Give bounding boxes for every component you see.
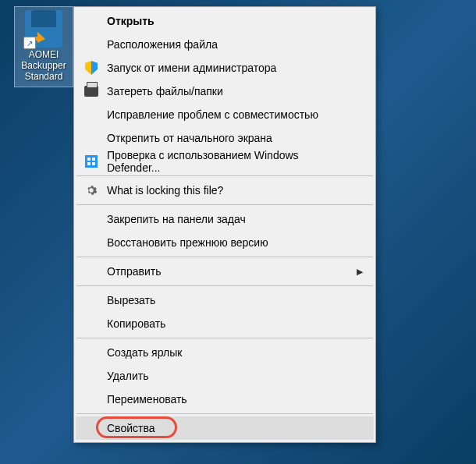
menu-cut[interactable]: Вырезать bbox=[76, 289, 374, 312]
menu-cut-label: Вырезать bbox=[107, 294, 155, 306]
menu-what-locking[interactable]: What is locking this file? bbox=[76, 179, 374, 202]
menu-copy-label: Копировать bbox=[107, 317, 165, 330]
printer-icon bbox=[83, 83, 99, 99]
menu-separator bbox=[76, 257, 373, 257]
menu-separator bbox=[76, 204, 373, 205]
menu-delete-label: Удалить bbox=[107, 370, 148, 382]
menu-pin-taskbar[interactable]: Закрепить на панели задач bbox=[76, 207, 374, 231]
menu-separator bbox=[76, 285, 373, 286]
menu-send-to-label: Отправить bbox=[107, 265, 161, 278]
menu-restore-version-label: Восстановить прежнюю версию bbox=[107, 236, 268, 249]
menu-unpin-start[interactable]: Открепить от начального экрана bbox=[76, 126, 374, 150]
menu-erase-files[interactable]: Затереть файлы/папки bbox=[76, 80, 374, 103]
menu-copy[interactable]: Копировать bbox=[76, 312, 374, 335]
menu-rename-label: Переименовать bbox=[107, 393, 187, 406]
shield-icon bbox=[83, 60, 99, 76]
menu-run-as-admin-label: Запуск от имени администратора bbox=[107, 62, 276, 74]
menu-what-locking-label: What is locking this file? bbox=[107, 184, 223, 197]
menu-separator bbox=[76, 338, 373, 338]
defender-icon bbox=[83, 154, 99, 169]
app-icon: ↗ bbox=[25, 10, 62, 48]
menu-defender-check-label: Проверка с использованием Windows Defend… bbox=[107, 149, 347, 174]
menu-separator bbox=[76, 413, 373, 414]
context-menu: Открыть Расположения файла Запуск от име… bbox=[73, 6, 376, 443]
desktop-icon-label: AOMEI Backupper Standard bbox=[16, 49, 71, 82]
menu-troubleshoot[interactable]: Исправление проблем с совместимостью bbox=[76, 103, 374, 126]
menu-restore-version[interactable]: Восстановить прежнюю версию bbox=[76, 231, 374, 254]
menu-file-location-label: Расположения файла bbox=[107, 38, 218, 51]
menu-send-to[interactable]: Отправить ▶ bbox=[76, 260, 374, 283]
menu-create-shortcut[interactable]: Создать ярлык bbox=[76, 341, 374, 364]
menu-separator bbox=[76, 175, 373, 176]
menu-rename[interactable]: Переименовать bbox=[76, 388, 374, 411]
menu-create-shortcut-label: Создать ярлык bbox=[107, 346, 182, 359]
menu-run-as-admin[interactable]: Запуск от имени администратора bbox=[76, 56, 374, 80]
menu-erase-files-label: Затереть файлы/папки bbox=[107, 85, 223, 97]
menu-properties[interactable]: Свойства bbox=[76, 416, 374, 440]
menu-defender-check[interactable]: Проверка с использованием Windows Defend… bbox=[76, 150, 374, 173]
menu-unpin-start-label: Открепить от начального экрана bbox=[107, 132, 272, 144]
desktop-shortcut[interactable]: ↗ AOMEI Backupper Standard bbox=[14, 6, 73, 87]
gear-icon bbox=[83, 182, 99, 198]
menu-file-location[interactable]: Расположения файла bbox=[76, 33, 374, 56]
menu-troubleshoot-label: Исправление проблем с совместимостью bbox=[107, 108, 318, 121]
chevron-right-icon: ▶ bbox=[357, 267, 363, 277]
menu-properties-label: Свойства bbox=[107, 422, 155, 434]
shortcut-badge-icon: ↗ bbox=[23, 37, 36, 49]
menu-delete[interactable]: Удалить bbox=[76, 364, 374, 388]
menu-open-label: Открыть bbox=[107, 15, 155, 27]
menu-pin-taskbar-label: Закрепить на панели задач bbox=[107, 213, 246, 225]
menu-open[interactable]: Открыть bbox=[76, 9, 374, 33]
